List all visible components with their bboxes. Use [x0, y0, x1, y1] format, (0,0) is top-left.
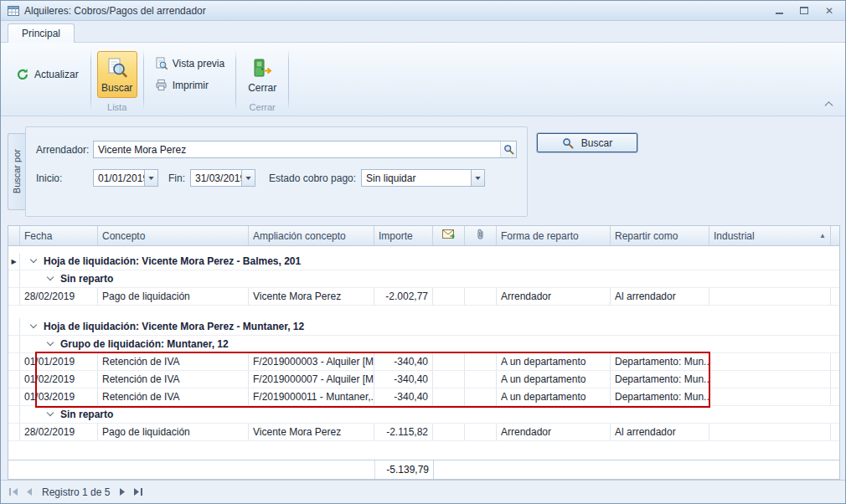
- table-row[interactable]: 01/03/2019 Retención de IVA F/2019000011…: [8, 388, 839, 406]
- cell-industrial: [709, 424, 831, 440]
- cell-forma-de-reparto: A un departamento: [497, 388, 611, 405]
- ribbon-tabstrip: Principal: [1, 21, 845, 43]
- cell-ampliacion: Vicente Mora Perez: [249, 288, 374, 305]
- column-header-fecha[interactable]: Fecha: [20, 226, 98, 245]
- cell-repartir-como: Al arrendador: [611, 424, 709, 440]
- group-row-balmes[interactable]: ▶ Hoja de liquidación: Vicente Mora Pere…: [8, 253, 839, 270]
- table-row[interactable]: 28/02/2019 Pago de liquidación Vicente M…: [8, 424, 839, 441]
- lista-group-caption: Lista: [97, 102, 137, 115]
- cell-ampliacion: F/2019000003 - Alquiler [M...: [249, 353, 374, 370]
- column-header-forma-de-reparto[interactable]: Forma de reparto: [497, 226, 611, 245]
- estado-dropdown-button[interactable]: ▼: [471, 170, 484, 186]
- cell-filler: [831, 388, 839, 405]
- next-record-button[interactable]: [119, 488, 126, 496]
- cell-fecha: 28/02/2019: [20, 288, 98, 305]
- cell-importe: -2.002,77: [374, 288, 433, 305]
- cell-mail: [433, 353, 465, 370]
- buscar-ribbon-button[interactable]: Buscar: [97, 51, 137, 98]
- row-indicator-cell: [8, 288, 20, 305]
- cell-fecha: 01/01/2019: [20, 353, 98, 370]
- table-row[interactable]: 28/02/2019 Pago de liquidación Vicente M…: [8, 288, 839, 306]
- chevron-down-icon[interactable]: [47, 274, 54, 280]
- tab-principal[interactable]: Principal: [8, 23, 75, 43]
- first-record-button[interactable]: [9, 488, 18, 496]
- cell-forma-de-reparto: Arrendador: [497, 424, 611, 440]
- last-record-button[interactable]: [133, 488, 142, 496]
- minimize-button[interactable]: [773, 5, 785, 17]
- actualizar-button[interactable]: Actualizar: [10, 64, 85, 85]
- ribbon-group-lista: Buscar Lista: [91, 44, 143, 116]
- group-row-muntaner[interactable]: Hoja de liquidación: Vicente Mora Perez …: [8, 318, 839, 336]
- cell-importe: -340,40: [374, 388, 433, 405]
- maximize-button[interactable]: [798, 5, 810, 17]
- ribbon-group-impresion: Vista previa Imprimir: [144, 44, 235, 116]
- summary-row: -5.139,79: [8, 460, 839, 479]
- cell-filler: [831, 288, 839, 305]
- buscar-button[interactable]: Buscar: [537, 133, 637, 152]
- inicio-date-input[interactable]: 01/01/2019 ▼: [93, 169, 158, 187]
- paperclip-icon: [477, 229, 484, 243]
- column-header-concepto[interactable]: Concepto: [98, 226, 249, 245]
- buscar-por-label: Buscar por: [12, 149, 22, 193]
- grid-header: Fecha Concepto Ampliación concepto Impor…: [8, 226, 839, 246]
- column-header-repartir-como[interactable]: Repartir como: [611, 226, 709, 245]
- estado-cobro-pago-select[interactable]: Sin liquidar ▼: [361, 169, 485, 187]
- column-header-ampliacion[interactable]: Ampliación concepto: [249, 226, 374, 245]
- row-indicator-cell: ▶: [8, 253, 20, 270]
- buscar-por-side-tab[interactable]: Buscar por: [8, 133, 25, 210]
- subgroup-label: Sin reparto: [60, 409, 113, 420]
- column-header-importe[interactable]: Importe: [374, 226, 433, 245]
- cell-attachment: [465, 371, 497, 388]
- cerrar-button[interactable]: Cerrar: [242, 51, 282, 98]
- cell-fecha: 01/02/2019: [20, 371, 98, 388]
- collapse-ribbon-chevron-icon[interactable]: [822, 100, 835, 111]
- fin-dropdown-button[interactable]: ▼: [241, 170, 255, 186]
- imprimir-button[interactable]: Imprimir: [150, 77, 214, 93]
- close-button[interactable]: ✕: [823, 5, 835, 17]
- chevron-down-icon: ▼: [147, 175, 155, 181]
- chevron-down-icon[interactable]: [30, 321, 37, 328]
- cell-industrial: [709, 371, 831, 388]
- column-header-industrial[interactable]: Industrial ▲: [709, 226, 831, 245]
- window-title: Alquileres: Cobros/Pagos del arrendador: [24, 5, 206, 17]
- table-row[interactable]: 01/01/2019 Retención de IVA F/2019000003…: [8, 353, 839, 371]
- table-row[interactable]: 01/02/2019 Retención de IVA F/2019000007…: [8, 371, 839, 388]
- cell-mail: [433, 424, 465, 440]
- imprimir-label: Imprimir: [173, 80, 209, 91]
- cell-concepto: Pago de liquidación: [98, 288, 249, 305]
- column-header-attachment[interactable]: [465, 226, 497, 245]
- column-header-mail[interactable]: [433, 226, 465, 245]
- inicio-label: Inicio:: [36, 172, 93, 184]
- fin-date-input[interactable]: 31/03/2019 ▼: [190, 169, 255, 187]
- group-cell: Hoja de liquidación: Vicente Mora Perez …: [20, 318, 839, 335]
- estado-cobro-pago-label: Estado cobro pago:: [269, 172, 356, 184]
- subgroup-label: Grupo de liquidación: Muntaner, 12: [60, 338, 229, 350]
- subgroup-row-sin-reparto[interactable]: Sin reparto: [8, 406, 839, 424]
- subgroup-row-grupo-liquidacion[interactable]: Grupo de liquidación: Muntaner, 12: [8, 336, 839, 353]
- inicio-dropdown-button[interactable]: ▼: [144, 170, 157, 186]
- chevron-down-icon[interactable]: [30, 256, 37, 263]
- lookup-magnifier-button[interactable]: [500, 141, 516, 157]
- printer-icon: [155, 79, 168, 91]
- group-separator: [288, 49, 289, 111]
- cell-attachment: [465, 288, 497, 305]
- chevron-down-icon[interactable]: [47, 339, 54, 346]
- row-indicator-cell: [8, 424, 20, 440]
- cell-attachment: [465, 353, 497, 370]
- arrendador-input[interactable]: Vicente Mora Perez: [93, 141, 517, 158]
- header-filler: [831, 226, 839, 245]
- cell-ampliacion: F/2019000007 - Alquiler [M...: [249, 371, 374, 388]
- cell-importe: -340,40: [374, 353, 433, 370]
- data-grid: Fecha Concepto Ampliación concepto Impor…: [8, 225, 840, 480]
- subgroup-row-sin-reparto[interactable]: Sin reparto: [8, 270, 839, 288]
- cell-forma-de-reparto: A un departamento: [497, 371, 611, 388]
- chevron-down-icon[interactable]: [47, 409, 54, 416]
- arrendador-value: Vicente Mora Perez: [94, 141, 500, 157]
- previous-record-button[interactable]: [26, 488, 33, 496]
- row-indicator-cell: [8, 406, 20, 423]
- fin-value: 31/03/2019: [191, 170, 241, 186]
- vista-previa-button[interactable]: Vista previa: [150, 55, 230, 71]
- indicator-column-header: [8, 226, 20, 245]
- titlebar: Alquileres: Cobros/Pagos del arrendador …: [1, 1, 845, 21]
- cell-forma-de-reparto: Arrendador: [497, 288, 611, 305]
